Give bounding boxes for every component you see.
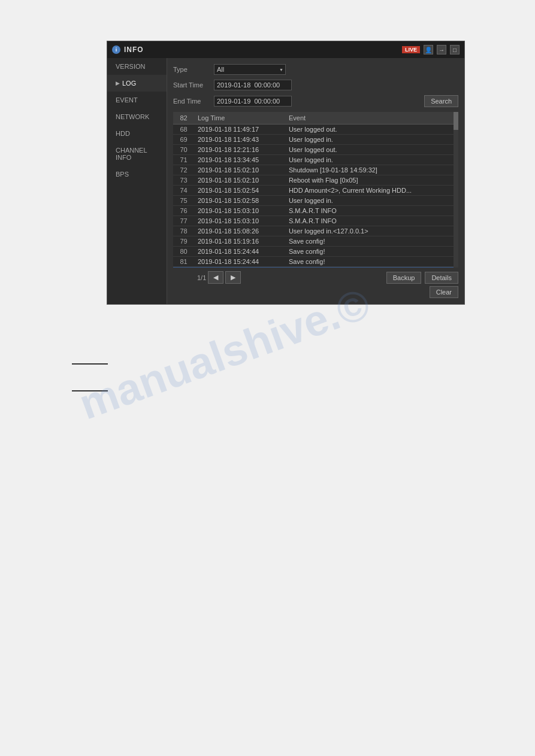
row-time: 2019-01-18 11:49:17 xyxy=(194,125,285,135)
live-badge: LIVE xyxy=(402,46,420,53)
table-row[interactable]: 78 2019-01-18 15:08:26 User logged in.<1… xyxy=(173,226,458,236)
table-row[interactable]: 77 2019-01-18 15:03:10 S.M.A.R.T INFO xyxy=(173,216,458,226)
row-event: Save config! xyxy=(285,247,458,257)
row-event: User logged out. xyxy=(285,145,458,155)
end-time-label: End Time xyxy=(173,98,209,105)
row-num: 70 xyxy=(173,145,194,155)
start-time-input[interactable] xyxy=(214,80,292,90)
sidebar-label-hdd: HDD xyxy=(116,130,130,137)
table-row[interactable]: 82 2019-01-18 15:25:05 Save config! xyxy=(173,267,458,268)
table-row[interactable]: 71 2019-01-18 13:34:45 User logged in. xyxy=(173,155,458,165)
scrollbar-thumb[interactable] xyxy=(454,112,458,130)
table-row[interactable]: 79 2019-01-18 15:19:16 Save config! xyxy=(173,236,458,247)
sidebar-item-version[interactable]: VERSION xyxy=(107,58,167,75)
table-row[interactable]: 75 2019-01-18 15:02:58 User logged in. xyxy=(173,196,458,206)
title-bar: i INFO LIVE 👤 → □ xyxy=(107,41,464,58)
table-row[interactable]: 76 2019-01-18 15:03:10 S.M.A.R.T INFO xyxy=(173,206,458,216)
row-event: User logged in. xyxy=(285,135,458,145)
type-label: Type xyxy=(173,66,209,73)
row-event: User logged out. xyxy=(285,125,458,135)
end-time-input[interactable] xyxy=(214,96,292,107)
table-row[interactable]: 70 2019-01-18 12:21:16 User logged out. xyxy=(173,145,458,155)
table-row[interactable]: 68 2019-01-18 11:49:17 User logged out. xyxy=(173,125,458,135)
row-event: S.M.A.R.T INFO xyxy=(285,216,458,226)
next-page-button[interactable]: ▶ xyxy=(225,271,241,284)
sidebar-item-bps[interactable]: BPS xyxy=(107,166,167,183)
row-time: 2019-01-18 15:24:44 xyxy=(194,257,285,267)
user-icon[interactable]: 👤 xyxy=(424,45,433,54)
row-event: User logged in.<127.0.0.1> xyxy=(285,226,458,236)
row-time: 2019-01-18 11:49:43 xyxy=(194,135,285,145)
row-num: 76 xyxy=(173,206,194,216)
sidebar-item-log[interactable]: ▶ LOG xyxy=(107,75,167,92)
col-header-num: 82 xyxy=(173,112,194,125)
sidebar-label-network: NETWORK xyxy=(116,113,149,120)
row-time: 2019-01-18 15:02:10 xyxy=(194,165,285,175)
sidebar: VERSION ▶ LOG EVENT NETWORK HDD CHANNEL … xyxy=(107,58,167,304)
table-row[interactable]: 73 2019-01-18 15:02:10 Reboot with Flag … xyxy=(173,175,458,186)
details-button[interactable]: Details xyxy=(425,272,458,284)
row-time: 2019-01-18 15:02:10 xyxy=(194,175,285,186)
sidebar-label-log: LOG xyxy=(122,80,136,87)
row-time: 2019-01-18 15:24:44 xyxy=(194,247,285,257)
sidebar-item-network[interactable]: NETWORK xyxy=(107,108,167,125)
prev-page-button[interactable]: ◀ xyxy=(208,271,223,284)
sidebar-item-channelinfo[interactable]: CHANNEL INFO xyxy=(107,142,167,166)
col-header-event: Event xyxy=(285,112,458,125)
table-row[interactable]: 72 2019-01-18 15:02:10 Shutdown [19-01-1… xyxy=(173,165,458,175)
start-time-row: Start Time xyxy=(173,80,458,90)
row-event: Reboot with Flag [0x05] xyxy=(285,175,458,186)
row-time: 2019-01-18 15:02:58 xyxy=(194,196,285,206)
row-num: 79 xyxy=(173,236,194,247)
row-num: 78 xyxy=(173,226,194,236)
row-num: 73 xyxy=(173,175,194,186)
main-area: VERSION ▶ LOG EVENT NETWORK HDD CHANNEL … xyxy=(107,58,464,304)
table-row[interactable]: 81 2019-01-18 15:24:44 Save config! xyxy=(173,257,458,267)
log-table-wrapper: 82 Log Time Event 68 2019-01-18 11:49:17… xyxy=(173,112,458,268)
bottom-controls: 1/1 ◀ ▶ Backup Details xyxy=(173,268,458,284)
table-row[interactable]: 74 2019-01-18 15:02:54 HDD Amount<2>, Cu… xyxy=(173,186,458,196)
type-select[interactable]: All xyxy=(214,64,286,75)
row-event: Shutdown [19-01-18 14:59:32] xyxy=(285,165,458,175)
row-num: 74 xyxy=(173,186,194,196)
sidebar-item-event[interactable]: EVENT xyxy=(107,92,167,108)
start-time-label: Start Time xyxy=(173,81,209,89)
table-row[interactable]: 69 2019-01-18 11:49:43 User logged in. xyxy=(173,135,458,145)
search-button[interactable]: Search xyxy=(424,95,458,107)
title-bar-right: LIVE 👤 → □ xyxy=(402,45,460,54)
backup-button[interactable]: Backup xyxy=(386,272,422,284)
deco-line-2 xyxy=(72,390,108,391)
logout-icon[interactable]: → xyxy=(437,45,446,54)
scrollbar-track[interactable] xyxy=(454,112,458,268)
row-time: 2019-01-18 15:03:10 xyxy=(194,206,285,216)
title-bar-left: i INFO xyxy=(112,45,144,54)
row-num: 82 xyxy=(173,267,194,268)
sidebar-label-version: VERSION xyxy=(116,63,146,70)
type-filter-row: Type All xyxy=(173,64,458,75)
row-num: 71 xyxy=(173,155,194,165)
log-table-body: 68 2019-01-18 11:49:17 User logged out. … xyxy=(173,125,458,268)
row-time: 2019-01-18 12:21:16 xyxy=(194,145,285,155)
row-num: 75 xyxy=(173,196,194,206)
info-icon: i xyxy=(112,45,120,54)
sidebar-arrow-log: ▶ xyxy=(116,80,120,86)
row-time: 2019-01-18 15:02:54 xyxy=(194,186,285,196)
close-icon[interactable]: □ xyxy=(450,45,460,54)
table-header-row: 82 Log Time Event xyxy=(173,112,458,125)
type-select-wrapper[interactable]: All xyxy=(214,64,286,75)
row-num: 68 xyxy=(173,125,194,135)
row-event: User logged in. xyxy=(285,155,458,165)
row-event: S.M.A.R.T INFO xyxy=(285,206,458,216)
row-time: 2019-01-18 15:08:26 xyxy=(194,226,285,236)
end-time-row: End Time Search xyxy=(173,95,458,107)
bottom-row: Clear xyxy=(173,286,458,298)
window-title: INFO xyxy=(124,45,144,54)
pagination-group: 1/1 ◀ ▶ xyxy=(197,271,241,284)
page-info: 1/1 xyxy=(197,274,206,281)
table-row[interactable]: 80 2019-01-18 15:24:44 Save config! xyxy=(173,247,458,257)
col-header-logtime: Log Time xyxy=(194,112,285,125)
clear-button[interactable]: Clear xyxy=(430,286,458,298)
sidebar-item-hdd[interactable]: HDD xyxy=(107,125,167,142)
sidebar-label-channelinfo: CHANNEL INFO xyxy=(116,147,158,161)
sidebar-label-bps: BPS xyxy=(116,171,129,178)
